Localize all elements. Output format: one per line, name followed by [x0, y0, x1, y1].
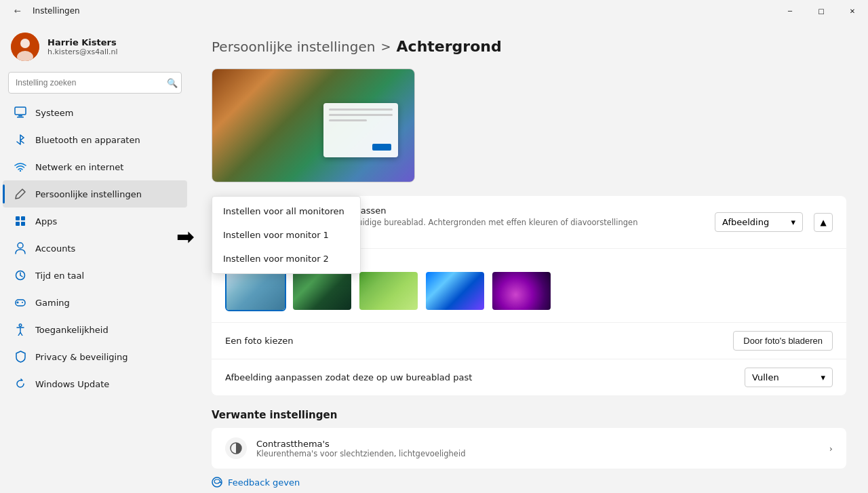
- wallpaper-2[interactable]: [292, 271, 353, 311]
- contrast-icon: [225, 437, 247, 459]
- sidebar-label-accounts: Accounts: [35, 243, 75, 254]
- feedback-label: Feedback geven: [228, 477, 300, 488]
- dropdown-chevron: ▾: [791, 217, 795, 227]
- preview-line-1: [329, 109, 393, 111]
- brush-icon: [14, 187, 27, 201]
- preview-window: [323, 103, 398, 157]
- sidebar: Harrie Kisters h.kisters@xs4all.nl 🔍 Sys…: [0, 22, 190, 493]
- sidebar-label-windows-update: Windows Update: [35, 379, 109, 389]
- fit-chevron: ▾: [821, 372, 825, 382]
- sidebar-item-netwerk[interactable]: Netwerk en internet: [3, 153, 187, 180]
- sidebar-item-privacy[interactable]: Privacy & beveiliging: [3, 343, 187, 370]
- contrast-info: Contrastthema's Kleurenthema's voor slec…: [256, 439, 829, 458]
- fit-label: Afbeelding aanpassen zodat deze op uw bu…: [225, 372, 472, 382]
- titlebar: ← Instellingen ─ □ ✕: [0, 0, 868, 22]
- sidebar-label-bluetooth: Bluetooth en apparaten: [35, 135, 140, 145]
- avatar: [11, 33, 39, 61]
- related-title: Verwante instellingen: [212, 409, 846, 421]
- maximize-button[interactable]: □: [806, 0, 837, 22]
- minimize-button[interactable]: ─: [774, 0, 806, 22]
- sidebar-item-persoonlijk[interactable]: Persoonlijke instellingen: [3, 180, 187, 208]
- shield-icon: [14, 350, 27, 363]
- person-icon: [14, 241, 27, 255]
- preview-line-3: [329, 119, 367, 121]
- feedback-icon: [212, 477, 222, 488]
- browse-row: Een foto kiezen Door foto's bladeren: [212, 322, 846, 359]
- back-button[interactable]: ←: [8, 1, 27, 20]
- sidebar-item-toegankelijkheid[interactable]: Toegankelijkheid: [3, 316, 187, 343]
- background-type-value: Afbeelding: [722, 217, 769, 227]
- search-box: 🔍: [8, 72, 182, 94]
- fit-value: Vullen: [752, 372, 779, 382]
- user-name: Harrie Kisters: [47, 37, 179, 47]
- svg-point-14: [22, 302, 23, 303]
- contrast-row[interactable]: Contrastthema's Kleurenthema's voor slec…: [212, 428, 846, 469]
- app-body: Harrie Kisters h.kisters@xs4all.nl 🔍 Sys…: [0, 22, 868, 493]
- wallpaper-3[interactable]: [358, 271, 419, 311]
- titlebar-title: Instellingen: [33, 6, 80, 16]
- sidebar-item-tijd[interactable]: Tijd en taal: [3, 262, 187, 289]
- svg-point-6: [20, 170, 21, 172]
- svg-rect-10: [21, 222, 25, 226]
- sidebar-item-windows-update[interactable]: Windows Update: [3, 370, 187, 397]
- breadcrumb: Persoonlijke instellingen > Achtergrond: [212, 38, 846, 55]
- monitor-icon: [14, 106, 27, 119]
- svg-point-15: [19, 324, 22, 327]
- sidebar-item-gaming[interactable]: Gaming: [3, 289, 187, 316]
- sidebar-label-netwerk: Netwerk en internet: [35, 162, 123, 172]
- close-button[interactable]: ✕: [837, 0, 868, 22]
- sidebar-label-persoonlijk: Persoonlijke instellingen: [35, 189, 142, 199]
- monitor-option-2[interactable]: Instellen voor monitor 2: [212, 247, 360, 271]
- window-controls: ─ □ ✕: [774, 0, 868, 22]
- sidebar-label-apps: Apps: [35, 216, 57, 226]
- monitor-option-all[interactable]: Instellen voor all monitoren: [212, 199, 360, 223]
- wallpaper-1[interactable]: [225, 271, 286, 311]
- svg-rect-4: [18, 115, 22, 117]
- accessibility-icon: [14, 323, 27, 336]
- wifi-icon: [14, 160, 27, 174]
- background-type-dropdown[interactable]: Afbeelding ▾: [715, 212, 803, 232]
- expand-button[interactable]: ▲: [814, 213, 833, 232]
- breadcrumb-parent[interactable]: Persoonlijke instellingen: [212, 39, 375, 55]
- user-info: Harrie Kisters h.kisters@xs4all.nl: [47, 37, 179, 56]
- monitor-dropdown-menu: Instellen voor all monitoren Instellen v…: [212, 196, 361, 274]
- fit-dropdown[interactable]: Vullen ▾: [745, 368, 833, 387]
- fit-row: Afbeelding aanpassen zodat deze op uw bu…: [212, 359, 846, 395]
- sidebar-label-systeem: Systeem: [35, 108, 73, 118]
- bluetooth-icon: [14, 133, 27, 146]
- refresh-icon: [14, 377, 27, 391]
- apps-icon: [14, 214, 27, 228]
- feedback-link[interactable]: Feedback geven: [212, 469, 846, 490]
- sidebar-item-systeem[interactable]: Systeem: [3, 99, 187, 126]
- monitor-option-1[interactable]: Instellen voor monitor 1: [212, 223, 360, 247]
- contrast-chevron: ›: [829, 443, 833, 454]
- preview-window-btn: [372, 144, 391, 151]
- preview-monitor: [212, 69, 414, 182]
- contrast-name: Contrastthema's: [256, 439, 829, 449]
- breadcrumb-separator: >: [380, 39, 391, 54]
- wallpaper-5[interactable]: [491, 271, 552, 311]
- sidebar-label-privacy: Privacy & beveiliging: [35, 352, 128, 362]
- search-input[interactable]: [8, 72, 182, 94]
- user-section: Harrie Kisters h.kisters@xs4all.nl: [0, 22, 190, 69]
- svg-rect-8: [21, 216, 25, 220]
- breadcrumb-current: Achtergrond: [397, 38, 502, 55]
- sidebar-item-accounts[interactable]: Accounts: [3, 235, 187, 262]
- browse-button[interactable]: Door foto's bladeren: [733, 331, 833, 351]
- main-content: Persoonlijke instellingen > Achtergrond …: [190, 22, 868, 493]
- preview-line-2: [329, 114, 393, 116]
- wallpaper-4[interactable]: [425, 271, 486, 311]
- sidebar-label-toegankelijkheid: Toegankelijkheid: [35, 325, 108, 335]
- browse-label: Een foto kiezen: [225, 336, 294, 346]
- clock-icon: [14, 269, 27, 282]
- gamepad-icon: [14, 296, 27, 309]
- svg-rect-3: [15, 107, 26, 115]
- search-icon[interactable]: 🔍: [167, 78, 178, 88]
- svg-rect-9: [16, 222, 20, 226]
- svg-point-11: [18, 243, 23, 248]
- contrast-desc: Kleurenthema's voor slechtzienden, licht…: [256, 449, 829, 458]
- svg-point-1: [20, 39, 30, 48]
- sidebar-item-bluetooth[interactable]: Bluetooth en apparaten: [3, 126, 187, 153]
- sidebar-item-apps[interactable]: Apps: [3, 208, 187, 235]
- wallpaper-preview: [212, 68, 415, 182]
